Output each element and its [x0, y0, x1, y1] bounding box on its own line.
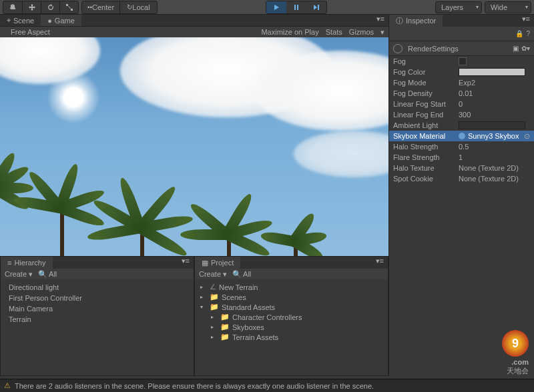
- palm-render: [60, 203, 64, 256]
- project-panel: ▦ Project▾≡ Create ▾ 🔍All ▸∠New Terrain▸…: [194, 256, 388, 376]
- inspector-tab[interactable]: ⓘ Inspector: [389, 15, 443, 27]
- hierarchy-item[interactable]: Directional light: [1, 282, 194, 293]
- tab-menu-icon[interactable]: ▾≡: [518, 15, 534, 27]
- project-item[interactable]: ▸📁Scenes: [195, 292, 388, 302]
- property-row[interactable]: Halo TextureNone (Texture 2D): [389, 163, 534, 173]
- project-item[interactable]: ▸📁Character Controllers: [195, 312, 388, 322]
- aspect-dropdown[interactable]: Free Aspect: [11, 28, 50, 36]
- project-item[interactable]: ▾📁Standard Assets: [195, 302, 388, 312]
- palm-render: [294, 236, 298, 256]
- view-tabs: ⌖ Scene ● Game ▾≡: [0, 15, 388, 27]
- cloud-render: [294, 131, 388, 177]
- step-button[interactable]: [306, 1, 326, 13]
- property-row[interactable]: Ambient Light: [389, 120, 534, 131]
- watermark-logo: 9: [502, 330, 529, 357]
- inspector-panel: ⓘ Inspector▾≡ 🔒? RenderSettings ▣✿▾ FogF…: [388, 15, 534, 376]
- property-row[interactable]: Fog: [389, 56, 534, 67]
- pivot-tools: ▪▪ Center ↻ Local: [81, 1, 158, 14]
- status-message: There are 2 audio listeners in the scene…: [15, 382, 374, 390]
- svg-rect-1: [71, 9, 73, 11]
- warning-icon: ⚠: [4, 381, 11, 390]
- tab-menu-icon[interactable]: ▾≡: [178, 257, 194, 269]
- component-help-icon[interactable]: ▣: [513, 45, 519, 52]
- move-tool[interactable]: [22, 1, 41, 13]
- scale-tool[interactable]: [59, 1, 78, 13]
- stats-toggle[interactable]: Stats: [326, 28, 342, 36]
- status-bar: ⚠ There are 2 audio listeners in the sce…: [0, 379, 534, 392]
- scene-tab[interactable]: ⌖ Scene: [0, 15, 41, 26]
- gizmos-toggle[interactable]: Gizmos: [349, 28, 374, 36]
- help-icon[interactable]: ?: [526, 30, 530, 37]
- hierarchy-create-dropdown[interactable]: Create ▾: [5, 270, 33, 279]
- play-button[interactable]: [266, 1, 286, 13]
- project-tab[interactable]: ▦ Project: [195, 257, 240, 269]
- game-viewport[interactable]: [0, 37, 388, 256]
- pivot-local-button[interactable]: ↻ Local: [119, 1, 157, 13]
- game-tab[interactable]: ● Game: [41, 15, 81, 26]
- project-search[interactable]: 🔍All: [232, 270, 251, 279]
- gizmos-arrow-icon[interactable]: ▾: [380, 28, 384, 37]
- property-row[interactable]: Fog ModeExp2: [389, 77, 534, 88]
- hierarchy-panel: ≡ Hierarchy▾≡ Create ▾ 🔍All Directional …: [0, 256, 194, 376]
- property-row[interactable]: Skybox Material Sunny3 Skybox ⊙: [389, 131, 534, 141]
- hierarchy-item[interactable]: First Person Controller: [1, 293, 194, 303]
- property-row[interactable]: Fog Density0.01: [389, 88, 534, 99]
- tab-menu-icon[interactable]: ▾≡: [372, 15, 388, 26]
- pause-button[interactable]: [286, 1, 306, 13]
- hierarchy-tab[interactable]: ≡ Hierarchy: [1, 257, 53, 269]
- svg-rect-2: [294, 5, 296, 10]
- pivot-center-button[interactable]: ▪▪ Center: [82, 1, 119, 13]
- palm-render: [227, 229, 231, 256]
- maximize-toggle[interactable]: Maximize on Play: [261, 28, 318, 36]
- property-row[interactable]: Spot CookieNone (Texture 2D): [389, 173, 534, 184]
- main-toolbar: ▪▪ Center ↻ Local Layers Wide: [0, 0, 534, 15]
- project-item[interactable]: ▸📁Skyboxes: [195, 322, 388, 332]
- svg-rect-4: [318, 5, 319, 10]
- watermark: 9 .com 天地会: [502, 330, 529, 376]
- gear-icon: [393, 44, 403, 53]
- component-gear-icon[interactable]: ✿▾: [521, 45, 530, 52]
- project-item[interactable]: ▸📁Terrain Assets: [195, 332, 388, 342]
- property-row[interactable]: Fog Color: [389, 67, 534, 77]
- property-row[interactable]: Halo Strength0.5: [389, 141, 534, 152]
- project-item[interactable]: ▸∠New Terrain: [195, 282, 388, 292]
- property-row[interactable]: Linear Fog End300: [389, 109, 534, 120]
- hierarchy-item[interactable]: Terrain: [1, 314, 194, 325]
- hierarchy-search[interactable]: 🔍All: [38, 270, 57, 279]
- svg-rect-3: [297, 5, 298, 10]
- game-toolbar: Free Aspect Maximize on Play Stats Gizmo…: [0, 27, 388, 37]
- property-row[interactable]: Linear Fog Start0: [389, 99, 534, 109]
- tab-menu-icon[interactable]: ▾≡: [372, 257, 388, 269]
- play-controls: [266, 1, 327, 14]
- transform-tools: [3, 1, 79, 14]
- lock-icon[interactable]: 🔒: [515, 30, 523, 37]
- inspector-title: RenderSettings: [408, 45, 459, 53]
- palm-render: [140, 223, 144, 256]
- layout-dropdown[interactable]: Wide: [485, 1, 531, 13]
- rotate-tool[interactable]: [41, 1, 59, 13]
- hierarchy-item[interactable]: Main Camera: [1, 303, 194, 314]
- svg-rect-0: [66, 4, 68, 6]
- hand-tool[interactable]: [3, 1, 22, 13]
- layers-dropdown[interactable]: Layers: [435, 1, 482, 13]
- property-row[interactable]: Flare Strength1: [389, 152, 534, 163]
- project-create-dropdown[interactable]: Create ▾: [199, 270, 227, 279]
